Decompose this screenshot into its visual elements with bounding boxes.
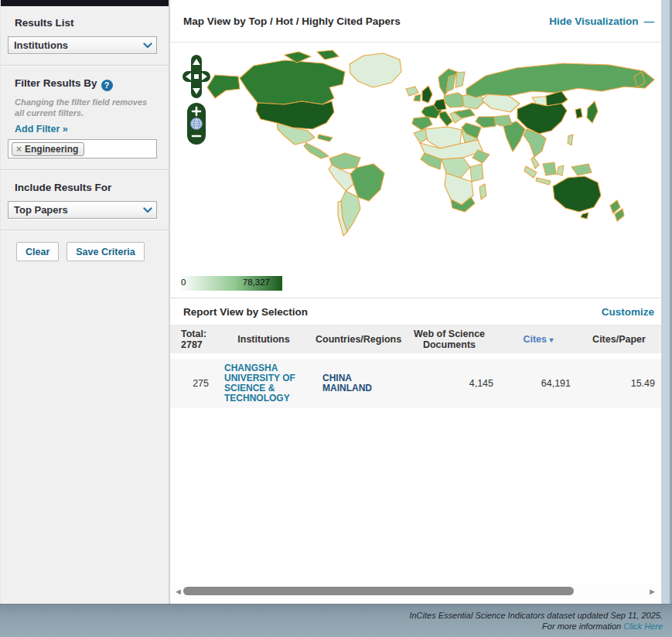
results-list-select[interactable]: Institutions [8,36,157,54]
filter-tag-engineering[interactable]: × Engineering [12,142,84,156]
click-here-link[interactable]: Click Here [623,622,663,631]
row-institution-cell: CHANGSHA UNIVERSITY OF SCIENCE & TECHNOL… [213,359,314,408]
add-filter-link[interactable]: Add Filter » [15,124,68,135]
horizontal-scrollbar[interactable]: ◄ ► [170,584,661,599]
country-label: CHINA MAINLAND [322,373,380,393]
include-results-select[interactable]: Top Papers [8,201,157,219]
institution-link[interactable]: CHANGSHA UNIVERSITY OF SCIENCE & TECHNOL… [224,363,306,404]
chevron-down-icon [139,43,156,49]
section-divider [1,65,169,66]
column-header-wos-documents[interactable]: Web of Science Documents [399,325,500,353]
collapse-icon: — [644,15,655,27]
scrollbar-thumb[interactable] [183,587,574,595]
row-cites: 64,191 [500,373,577,393]
remove-filter-icon[interactable]: × [16,144,22,155]
include-results-title: Include Results For [15,182,169,193]
report-header: Report View by Selection Customize [170,298,661,325]
legend-max-value: 78,327 [243,278,270,287]
cites-label: Cites [523,334,547,345]
hide-visualization-label: Hide Visualization [549,15,638,27]
results-list-title: Results List [15,17,169,29]
globe-icon[interactable] [191,118,203,130]
filter-results-title-text: Filter Results By [15,77,97,89]
section-divider [1,230,169,231]
help-icon[interactable]: ? [101,80,113,91]
footer-dataset-note: InCites Essential Science Indicators dat… [0,610,663,621]
column-header-cites[interactable]: Cites ▾ [500,331,577,349]
row-top-papers-count: 275 [170,373,213,393]
sort-descending-icon: ▾ [550,336,554,344]
total-count-header: Total: 2787 [170,325,213,353]
column-header-institutions[interactable]: Institutions [213,331,314,348]
clear-button[interactable]: Clear [16,242,59,261]
filter-tags-box[interactable]: × Engineering [8,139,157,158]
filter-results-title: Filter Results By? [15,77,169,91]
table-row: 275 CHANGSHA UNIVERSITY OF SCIENCE & TEC… [170,359,661,408]
sidebar-top-bar [1,0,169,6]
map-view-title: Map View by Top / Hot / Highly Cited Pap… [183,15,401,27]
row-country-cell: CHINA MAINLAND [314,369,399,398]
hide-visualization-link[interactable]: Hide Visualization — [549,15,654,27]
scroll-left-icon[interactable]: ◄ [174,586,182,597]
map-zoom-control[interactable] [187,103,206,145]
map-header: Map View by Top / Hot / Highly Cited Pap… [170,0,661,43]
include-results-selected-value: Top Papers [9,204,68,216]
report-view-title: Report View by Selection [183,306,308,318]
footer-info-line: For more information Click Here [0,621,663,632]
filter-note: Changing the filter field removes all cu… [15,97,155,118]
row-cites-per-paper: 15.49 [577,373,661,393]
main-panel: Map View by Top / Hot / Highly Cited Pap… [170,0,661,604]
page-footer: InCites Essential Science Indicators dat… [0,604,672,637]
world-map[interactable] [170,43,661,298]
sidebar: Results List Institutions Filter Results… [0,0,169,604]
map-color-legend: 0 78,327 [179,276,282,291]
results-list-selected-value: Institutions [9,39,68,51]
section-divider [1,169,169,171]
legend-min-value: 0 [181,278,186,287]
scroll-right-icon[interactable]: ► [648,586,657,597]
footer-info-prefix: For more information [542,622,623,631]
column-header-cites-per-paper[interactable]: Cites/Paper [577,331,661,348]
save-criteria-button[interactable]: Save Criteria [67,242,144,261]
filter-tag-label: Engineering [25,144,78,155]
report-section: Report View by Selection Customize Total… [170,298,661,408]
customize-link[interactable]: Customize [602,306,654,318]
chevron-down-icon [139,207,156,213]
map-area: 0 78,327 [170,43,661,298]
table-header-row: Total: 2787 Institutions Countries/Regio… [170,325,661,353]
map-controls [170,46,224,154]
total-label: Total: [181,329,212,339]
total-value: 2787 [181,339,212,350]
row-wos-documents: 4,145 [399,373,500,393]
column-header-countries[interactable]: Countries/Regions [314,331,399,348]
map-pan-control[interactable] [182,55,210,98]
esi-page: Results List Institutions Filter Results… [0,0,672,637]
